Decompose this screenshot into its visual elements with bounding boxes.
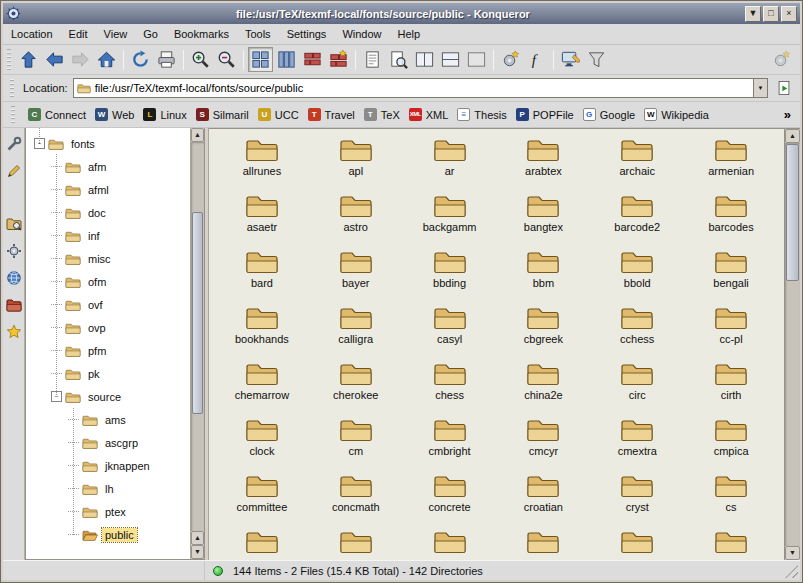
folder-chemarrow[interactable]: chemarrow (215, 359, 309, 415)
main-scroll-up-button[interactable] (785, 129, 800, 143)
folder-cmpica[interactable]: cmpica (684, 415, 778, 471)
location-input[interactable] (95, 82, 750, 94)
location-dropdown-button[interactable]: ▼ (753, 78, 768, 98)
bookmark-linux[interactable]: LLinux (143, 108, 186, 121)
folder-item[interactable] (403, 527, 497, 560)
script-button[interactable] (524, 47, 549, 72)
tree-scrollbar[interactable] (190, 128, 204, 559)
tree-item-inf[interactable]: inf (26, 224, 190, 247)
forward-button[interactable] (68, 47, 93, 72)
reload-button[interactable] (128, 47, 153, 72)
tree-item-public[interactable]: public (26, 523, 190, 546)
titlebar[interactable]: file:/usr/TeX/texmf-local/fonts/source/p… (3, 3, 800, 24)
folder-cm[interactable]: cm (309, 415, 403, 471)
bookmark-thesis[interactable]: ≡Thesis (457, 108, 506, 121)
tree-scrollbar-thumb[interactable] (192, 212, 203, 414)
folder-bangtex[interactable]: bangtex (497, 191, 591, 247)
folder-cbgreek[interactable]: cbgreek (497, 303, 591, 359)
folder-item[interactable] (215, 527, 309, 560)
folder-asaetr[interactable]: asaetr (215, 191, 309, 247)
menu-item-edit[interactable]: Edit (69, 28, 88, 40)
folder-barcodes[interactable]: barcodes (684, 191, 778, 247)
bookmark-xml[interactable]: XMLXML (409, 108, 449, 121)
bookmarks-button[interactable] (5, 323, 23, 341)
split-view-left-right-button[interactable] (412, 47, 437, 72)
folder-apl[interactable]: apl (309, 135, 403, 191)
main-scroll-down-button[interactable] (785, 546, 800, 560)
folder-bard[interactable]: bard (215, 247, 309, 303)
tree-item-ptex[interactable]: ptex (26, 500, 190, 523)
folder-circ[interactable]: circ (590, 359, 684, 415)
folder-bookhands[interactable]: bookhands (215, 303, 309, 359)
folder-item[interactable] (684, 527, 778, 560)
tree-item-fonts[interactable]: -fonts (26, 132, 190, 155)
bookmark-ucc[interactable]: UUCC (258, 108, 299, 121)
main-scrollbar-track[interactable] (785, 143, 800, 546)
tree-item-misc[interactable]: misc (26, 247, 190, 270)
toolbar-grip[interactable] (7, 49, 11, 69)
toolbar-grip[interactable] (10, 79, 14, 97)
tree-item-ovf[interactable]: ovf (26, 293, 190, 316)
folder-croatian[interactable]: croatian (497, 471, 591, 527)
history-button[interactable] (5, 162, 23, 180)
main-scrollbar-thumb[interactable] (786, 144, 799, 281)
edit-document-button[interactable] (558, 47, 583, 72)
zoom-in-button[interactable] (188, 47, 213, 72)
folder-arabtex[interactable]: arabtex (497, 135, 591, 191)
zoom-out-button[interactable] (214, 47, 239, 72)
menu-item-view[interactable]: View (104, 28, 128, 40)
go-button[interactable] (773, 77, 795, 99)
folder-casyl[interactable]: casyl (403, 303, 497, 359)
multicolumn-view-button[interactable] (274, 47, 299, 72)
menu-item-location[interactable]: Location (11, 28, 53, 40)
tree-item-ovp[interactable]: ovp (26, 316, 190, 339)
find-file-button[interactable] (386, 47, 411, 72)
bookmark-connect[interactable]: CConnect (28, 108, 86, 121)
tree-item-afm[interactable]: afm (26, 155, 190, 178)
bookmark-tex[interactable]: TTeX (364, 108, 400, 121)
tree-item-afml[interactable]: afml (26, 178, 190, 201)
tree-item-doc[interactable]: doc (26, 201, 190, 224)
folder-committee[interactable]: committee (215, 471, 309, 527)
bookmark-web[interactable]: WWeb (95, 108, 134, 121)
bookmark-wikipedia[interactable]: WWikipedia (644, 108, 709, 121)
bookmark-popfile[interactable]: PPOPFile (516, 108, 574, 121)
bookmark-overfl0w-button[interactable]: » (781, 107, 794, 122)
print-button[interactable] (154, 47, 179, 72)
tree-item-jknappen[interactable]: jknappen (26, 454, 190, 477)
folder-concrete[interactable]: concrete (403, 471, 497, 527)
tree-scroll-up-button[interactable] (191, 128, 204, 142)
menu-item-settings[interactable]: Settings (287, 28, 327, 40)
network-button[interactable] (5, 269, 23, 287)
menu-item-help[interactable]: Help (398, 28, 421, 40)
plugin-button[interactable] (498, 47, 523, 72)
folder-calligra[interactable]: calligra (309, 303, 403, 359)
folder-cmbright[interactable]: cmbright (403, 415, 497, 471)
folder-bengali[interactable]: bengali (684, 247, 778, 303)
folder-barcode2[interactable]: barcode2 (590, 191, 684, 247)
folder-chess[interactable]: chess (403, 359, 497, 415)
folder-clock[interactable]: clock (215, 415, 309, 471)
up-button[interactable] (16, 47, 41, 72)
menu-item-go[interactable]: Go (143, 28, 158, 40)
folder-cmcyr[interactable]: cmcyr (497, 415, 591, 471)
tree-item-pk[interactable]: pk (26, 362, 190, 385)
tree-item-ams[interactable]: ams (26, 408, 190, 431)
text-view-button[interactable] (360, 47, 385, 72)
folder-china2e[interactable]: china2e (497, 359, 591, 415)
split-view-top-bottom-button[interactable] (438, 47, 463, 72)
close-button[interactable]: × (781, 6, 797, 22)
folder-cchess[interactable]: cchess (590, 303, 684, 359)
folder-armenian[interactable]: armenian (684, 135, 778, 191)
detailed-list-view-button[interactable] (300, 47, 325, 72)
folder-cryst[interactable]: cryst (590, 471, 684, 527)
configure-sidebar-button[interactable] (5, 135, 23, 153)
menu-item-bookmarks[interactable]: Bookmarks (174, 28, 229, 40)
folder-item[interactable] (309, 527, 403, 560)
folder-backgamm[interactable]: backgamm (403, 191, 497, 247)
tree-item-ofm[interactable]: ofm (26, 270, 190, 293)
bookmark-google[interactable]: GGoogle (583, 108, 635, 121)
folder-concmath[interactable]: concmath (309, 471, 403, 527)
back-button[interactable] (42, 47, 67, 72)
tree-item-ascgrp[interactable]: ascgrp (26, 431, 190, 454)
